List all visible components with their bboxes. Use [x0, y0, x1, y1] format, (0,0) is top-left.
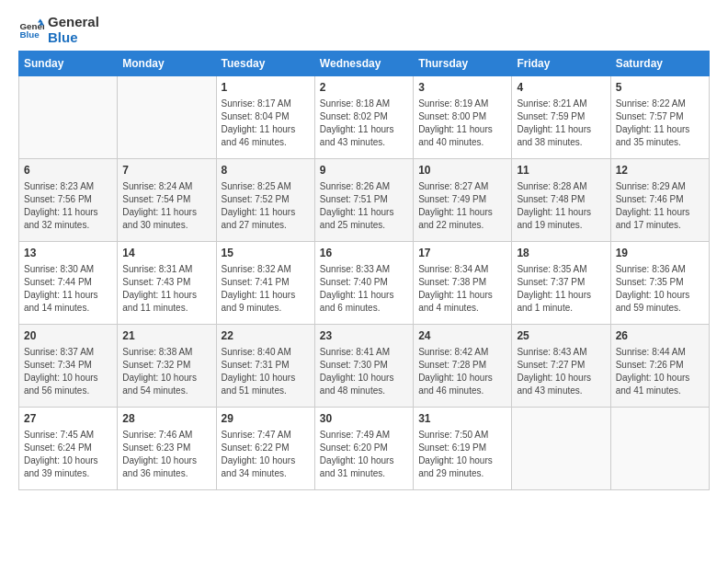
calendar-cell-0-3: 2Sunrise: 8:18 AMSunset: 8:02 PMDaylight…: [314, 76, 413, 159]
cell-content: Sunrise: 8:41 AMSunset: 7:30 PMDaylight:…: [320, 346, 408, 397]
calendar-cell-1-1: 7Sunrise: 8:24 AMSunset: 7:54 PMDaylight…: [118, 159, 216, 242]
cell-content: Sunrise: 8:31 AMSunset: 7:43 PMDaylight:…: [122, 263, 210, 315]
weekday-header-friday: Friday: [512, 52, 610, 76]
calendar-cell-2-4: 17Sunrise: 8:34 AMSunset: 7:38 PMDayligh…: [414, 242, 512, 325]
day-number: 23: [320, 328, 408, 344]
calendar-cell-4-2: 29Sunrise: 7:47 AMSunset: 6:22 PMDayligh…: [216, 408, 314, 490]
day-number: 28: [122, 411, 210, 427]
day-number: 14: [122, 246, 210, 261]
cell-content: Sunrise: 8:34 AMSunset: 7:38 PMDaylight:…: [418, 263, 506, 315]
calendar-cell-3-2: 22Sunrise: 8:40 AMSunset: 7:31 PMDayligh…: [216, 325, 314, 408]
day-number: 24: [418, 328, 506, 344]
cell-content: Sunrise: 8:40 AMSunset: 7:31 PMDaylight:…: [222, 346, 310, 397]
day-number: 15: [222, 246, 310, 261]
cell-content: Sunrise: 8:23 AMSunset: 7:56 PMDaylight:…: [24, 180, 112, 232]
calendar-cell-2-6: 19Sunrise: 8:36 AMSunset: 7:35 PMDayligh…: [610, 242, 709, 325]
day-number: 16: [320, 246, 408, 261]
day-number: 13: [24, 246, 112, 261]
calendar-cell-3-0: 20Sunrise: 8:37 AMSunset: 7:34 PMDayligh…: [19, 325, 118, 408]
day-number: 18: [517, 246, 605, 261]
day-number: 31: [418, 411, 506, 427]
calendar-cell-2-1: 14Sunrise: 8:31 AMSunset: 7:43 PMDayligh…: [118, 242, 216, 325]
cell-content: Sunrise: 8:35 AMSunset: 7:37 PMDaylight:…: [517, 263, 605, 315]
calendar-cell-0-0: [19, 76, 118, 159]
cell-content: Sunrise: 8:26 AMSunset: 7:51 PMDaylight:…: [320, 180, 408, 232]
calendar-cell-3-4: 24Sunrise: 8:42 AMSunset: 7:28 PMDayligh…: [414, 325, 512, 408]
cell-content: Sunrise: 8:44 AMSunset: 7:26 PMDaylight:…: [616, 346, 704, 397]
cell-content: Sunrise: 8:30 AMSunset: 7:44 PMDaylight:…: [24, 263, 112, 315]
cell-content: Sunrise: 8:37 AMSunset: 7:34 PMDaylight:…: [24, 346, 112, 397]
day-number: 10: [418, 163, 506, 178]
cell-content: Sunrise: 8:42 AMSunset: 7:28 PMDaylight:…: [418, 346, 506, 397]
day-number: 4: [517, 80, 605, 96]
day-number: 2: [320, 80, 408, 96]
svg-text:Blue: Blue: [19, 29, 40, 40]
day-number: 30: [320, 411, 408, 427]
cell-content: Sunrise: 8:29 AMSunset: 7:46 PMDaylight:…: [616, 180, 704, 232]
calendar-table: SundayMondayTuesdayWednesdayThursdayFrid…: [18, 51, 710, 490]
day-number: 17: [418, 246, 506, 261]
day-number: 8: [222, 163, 310, 178]
calendar-cell-2-3: 16Sunrise: 8:33 AMSunset: 7:40 PMDayligh…: [314, 242, 413, 325]
calendar-cell-1-6: 12Sunrise: 8:29 AMSunset: 7:46 PMDayligh…: [610, 159, 709, 242]
cell-content: Sunrise: 7:46 AMSunset: 6:23 PMDaylight:…: [122, 429, 210, 480]
calendar-cell-1-3: 9Sunrise: 8:26 AMSunset: 7:51 PMDaylight…: [314, 159, 413, 242]
calendar-cell-2-0: 13Sunrise: 8:30 AMSunset: 7:44 PMDayligh…: [19, 242, 118, 325]
cell-content: Sunrise: 8:33 AMSunset: 7:40 PMDaylight:…: [320, 263, 408, 315]
calendar-cell-2-2: 15Sunrise: 8:32 AMSunset: 7:41 PMDayligh…: [216, 242, 314, 325]
header: General Blue General Blue: [18, 15, 710, 45]
weekday-header-tuesday: Tuesday: [216, 52, 314, 76]
day-number: 20: [24, 328, 112, 344]
calendar-week-2: 6Sunrise: 8:23 AMSunset: 7:56 PMDaylight…: [19, 159, 710, 242]
calendar-week-1: 1Sunrise: 8:17 AMSunset: 8:04 PMDaylight…: [19, 76, 710, 159]
calendar-cell-4-0: 27Sunrise: 7:45 AMSunset: 6:24 PMDayligh…: [19, 408, 118, 490]
day-number: 12: [616, 163, 704, 178]
day-number: 27: [24, 411, 112, 427]
weekday-header-sunday: Sunday: [19, 52, 118, 76]
cell-content: Sunrise: 8:25 AMSunset: 7:52 PMDaylight:…: [222, 180, 310, 232]
cell-content: Sunrise: 7:49 AMSunset: 6:20 PMDaylight:…: [320, 429, 408, 480]
day-number: 19: [616, 246, 704, 261]
cell-content: Sunrise: 8:27 AMSunset: 7:49 PMDaylight:…: [418, 180, 506, 232]
calendar-cell-1-0: 6Sunrise: 8:23 AMSunset: 7:56 PMDaylight…: [19, 159, 118, 242]
cell-content: Sunrise: 8:32 AMSunset: 7:41 PMDaylight:…: [222, 263, 310, 315]
calendar-cell-3-6: 26Sunrise: 8:44 AMSunset: 7:26 PMDayligh…: [610, 325, 709, 408]
calendar-week-3: 13Sunrise: 8:30 AMSunset: 7:44 PMDayligh…: [19, 242, 710, 325]
calendar-cell-0-1: [118, 76, 216, 159]
calendar-week-5: 27Sunrise: 7:45 AMSunset: 6:24 PMDayligh…: [19, 408, 710, 490]
cell-content: Sunrise: 8:24 AMSunset: 7:54 PMDaylight:…: [122, 180, 210, 232]
day-number: 6: [24, 163, 112, 178]
weekday-header-monday: Monday: [118, 52, 216, 76]
cell-content: Sunrise: 8:28 AMSunset: 7:48 PMDaylight:…: [517, 180, 605, 232]
weekday-header-wednesday: Wednesday: [314, 52, 413, 76]
calendar-cell-0-4: 3Sunrise: 8:19 AMSunset: 8:00 PMDaylight…: [414, 76, 512, 159]
cell-content: Sunrise: 8:19 AMSunset: 8:00 PMDaylight:…: [418, 98, 506, 149]
calendar-cell-4-5: [512, 408, 610, 490]
day-number: 25: [517, 328, 605, 344]
calendar-cell-4-3: 30Sunrise: 7:49 AMSunset: 6:20 PMDayligh…: [314, 408, 413, 490]
cell-content: Sunrise: 7:50 AMSunset: 6:19 PMDaylight:…: [418, 429, 506, 480]
cell-content: Sunrise: 8:36 AMSunset: 7:35 PMDaylight:…: [616, 263, 704, 315]
calendar-cell-4-1: 28Sunrise: 7:46 AMSunset: 6:23 PMDayligh…: [118, 408, 216, 490]
calendar-cell-1-5: 11Sunrise: 8:28 AMSunset: 7:48 PMDayligh…: [512, 159, 610, 242]
cell-content: Sunrise: 8:38 AMSunset: 7:32 PMDaylight:…: [122, 346, 210, 397]
calendar-cell-0-6: 5Sunrise: 8:22 AMSunset: 7:57 PMDaylight…: [610, 76, 709, 159]
cell-content: Sunrise: 8:17 AMSunset: 8:04 PMDaylight:…: [222, 98, 310, 149]
day-number: 7: [122, 163, 210, 178]
day-number: 1: [222, 80, 310, 96]
day-number: 29: [222, 411, 310, 427]
logo-icon: General Blue: [18, 17, 44, 43]
day-number: 21: [122, 328, 210, 344]
calendar-cell-1-4: 10Sunrise: 8:27 AMSunset: 7:49 PMDayligh…: [414, 159, 512, 242]
calendar-cell-3-1: 21Sunrise: 8:38 AMSunset: 7:32 PMDayligh…: [118, 325, 216, 408]
day-number: 3: [418, 80, 506, 96]
calendar-cell-0-5: 4Sunrise: 8:21 AMSunset: 7:59 PMDaylight…: [512, 76, 610, 159]
cell-content: Sunrise: 7:47 AMSunset: 6:22 PMDaylight:…: [222, 429, 310, 480]
day-number: 5: [616, 80, 704, 96]
calendar-week-4: 20Sunrise: 8:37 AMSunset: 7:34 PMDayligh…: [19, 325, 710, 408]
calendar-cell-2-5: 18Sunrise: 8:35 AMSunset: 7:37 PMDayligh…: [512, 242, 610, 325]
weekday-header-row: SundayMondayTuesdayWednesdayThursdayFrid…: [19, 52, 710, 76]
cell-content: Sunrise: 8:22 AMSunset: 7:57 PMDaylight:…: [616, 98, 704, 149]
day-number: 22: [222, 328, 310, 344]
weekday-header-saturday: Saturday: [610, 52, 709, 76]
